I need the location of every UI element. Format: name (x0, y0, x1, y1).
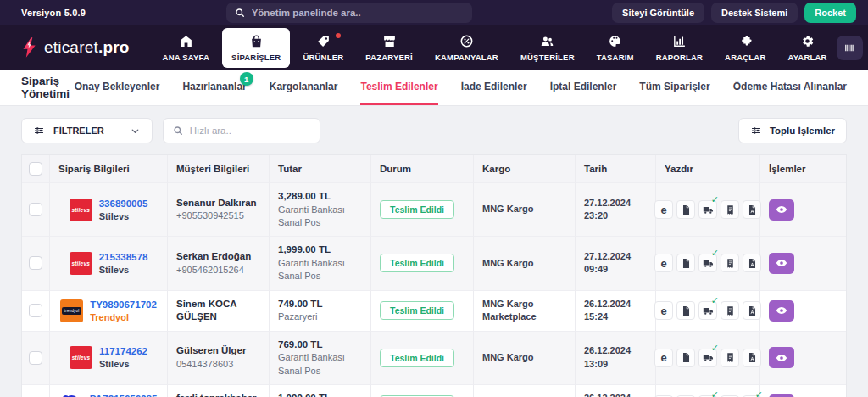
truck-icon (703, 305, 714, 316)
barcode-button[interactable] (837, 36, 863, 60)
nav-menu: ANA SAYFA SİPARİŞLER ÜRÜNLER PAZARYERİ K… (153, 28, 837, 68)
nav-item-tasarim[interactable]: TASARIM (587, 28, 643, 68)
admin-search-box[interactable] (226, 3, 472, 23)
nav-item-ana-sayfa[interactable]: ANA SAYFA (153, 28, 219, 68)
shipping-label-print-button[interactable]: ✓ (698, 349, 717, 367)
receipt-print-button[interactable] (721, 200, 739, 219)
receipt-print-button[interactable] (721, 349, 739, 367)
row-checkbox[interactable] (29, 203, 42, 216)
tab-iptal-edilenler[interactable]: İptal Edilenler (550, 70, 617, 105)
order-number-link[interactable]: 215338578 (99, 252, 148, 262)
file-icon (681, 204, 692, 215)
support-system-button[interactable]: Destek Sistemi (711, 3, 798, 23)
nav-item-ayarlar[interactable]: AYARLAR (778, 28, 836, 68)
quick-search-input[interactable] (190, 126, 310, 136)
nav-item-musteriler[interactable]: MÜŞTERİLER (511, 28, 584, 68)
tab-teslim-edilenler[interactable]: Teslim Edilenler (360, 70, 437, 105)
table-row: trendyol TY9890671702 Trendyol Sinem KOC… (22, 291, 846, 332)
view-order-button[interactable] (769, 347, 794, 368)
chevron-down-icon (130, 126, 141, 137)
view-order-button[interactable] (769, 253, 794, 274)
customer-name: ferdi toprakbahar (176, 392, 260, 397)
document-print-button[interactable] (676, 349, 695, 367)
order-amount: 1,999.00 TL (278, 243, 362, 257)
customer-phone: +905462015264 (176, 264, 260, 277)
cargo-company: MNG Kargo (474, 183, 576, 237)
tab-kargolananlar[interactable]: Kargolananlar (270, 70, 338, 105)
truck-icon (703, 258, 714, 269)
view-site-button[interactable]: Siteyi Görüntüle (612, 3, 704, 23)
brand-name: eticaret.pro (44, 38, 130, 57)
search-icon (173, 126, 183, 136)
receipt-print-button[interactable] (721, 301, 739, 320)
row-checkbox[interactable] (29, 351, 42, 365)
column-header-cargo: Kargo (474, 155, 576, 183)
e-invoice-print-button[interactable]: e (654, 349, 673, 367)
pdf-print-button[interactable] (743, 301, 761, 320)
order-number-link[interactable]: TY9890671702 (90, 299, 157, 310)
e-invoice-print-button[interactable]: e (654, 254, 673, 272)
nav-item-raporlar[interactable]: RAPORLAR (647, 28, 712, 68)
order-number-link[interactable]: 336890005 (99, 198, 148, 209)
pazarama-logo (60, 394, 83, 397)
percent-icon (459, 34, 474, 48)
nav-item-siparisler[interactable]: SİPARİŞLER (222, 28, 290, 68)
trendyol-logo: trendyol (60, 299, 83, 322)
order-date: 26.12.2024 00:43 (576, 385, 656, 397)
bulk-actions-button[interactable]: Toplu İşlemler (738, 118, 847, 143)
truck-icon (703, 204, 714, 215)
home-icon (179, 34, 193, 48)
shopping-bag-icon (249, 34, 264, 48)
shipping-label-print-button[interactable]: ✓ (698, 301, 717, 320)
document-print-button[interactable] (676, 254, 695, 272)
customer-phone: +905530942515 (176, 210, 260, 222)
view-order-button[interactable] (769, 199, 794, 221)
document-print-button[interactable] (676, 301, 695, 320)
order-date: 27.12.2024 09:49 (576, 237, 656, 290)
brand-logo[interactable]: eticaret.pro (21, 36, 130, 59)
status-badge: Teslim Edildi (380, 349, 454, 367)
quick-search-box[interactable] (163, 118, 320, 143)
tab-count-badge: 1 (240, 72, 253, 86)
e-invoice-icon: e (660, 352, 666, 363)
check-icon: ✓ (711, 194, 719, 205)
check-icon: ✓ (755, 389, 763, 397)
shipping-label-print-button[interactable]: ✓ (698, 254, 717, 272)
payment-method: Garanti Bankası Sanal Pos (278, 204, 362, 230)
nav-item-pazaryeri[interactable]: PAZARYERİ (356, 28, 422, 68)
pdf-print-button[interactable] (743, 349, 761, 367)
truck-icon (703, 352, 714, 363)
filters-button[interactable]: FİLTRELER (21, 118, 153, 143)
nav-item-araclar[interactable]: ARAÇLAR (715, 28, 775, 68)
row-checkbox[interactable] (29, 304, 42, 317)
eye-icon (776, 352, 787, 364)
view-order-button[interactable] (769, 300, 794, 322)
tab-tum-siparisler[interactable]: Tüm Siparişler (639, 70, 709, 105)
select-all-checkbox[interactable] (29, 162, 42, 176)
order-number-link[interactable]: 117174262 (99, 346, 147, 356)
order-source-label: Stilevs (99, 211, 148, 221)
order-management-page: Versiyon 5.0.9 Siteyi Görüntüle Destek S… (0, 0, 868, 397)
check-icon: ✓ (711, 248, 719, 259)
version-label: Versiyon 5.0.9 (21, 8, 86, 18)
price-tag-icon (316, 34, 331, 48)
e-invoice-print-button[interactable]: e (654, 200, 673, 219)
admin-search-input[interactable] (252, 8, 464, 18)
pdf-print-button[interactable] (743, 254, 761, 272)
tab-iade-edilenler[interactable]: İade Edilenler (461, 70, 527, 105)
receipt-print-button[interactable] (721, 254, 739, 272)
rocket-button[interactable]: Rocket (804, 3, 856, 23)
tab-odeme-hatasi[interactable]: Ödeme Hatası Alınanlar (733, 70, 847, 105)
document-print-button[interactable] (676, 200, 695, 219)
order-number-link[interactable]: PAZ215656985 (90, 394, 158, 397)
shipping-label-print-button[interactable]: ✓ (698, 200, 717, 219)
tab-hazirlananlar[interactable]: Hazırlananlar1 (182, 70, 246, 105)
nav-item-urunler[interactable]: ÜRÜNLER (293, 28, 353, 68)
tab-onay-bekleyenler[interactable]: Onay Bekleyenler (75, 70, 160, 105)
e-invoice-print-button[interactable]: e (654, 301, 673, 320)
pdf-print-button[interactable] (743, 200, 761, 219)
column-header-customer: Müşteri Bilgileri (168, 155, 270, 183)
row-checkbox[interactable] (29, 256, 42, 270)
storefront-icon (382, 34, 397, 48)
nav-item-kampanyalar[interactable]: KAMPANYALAR (426, 28, 508, 68)
